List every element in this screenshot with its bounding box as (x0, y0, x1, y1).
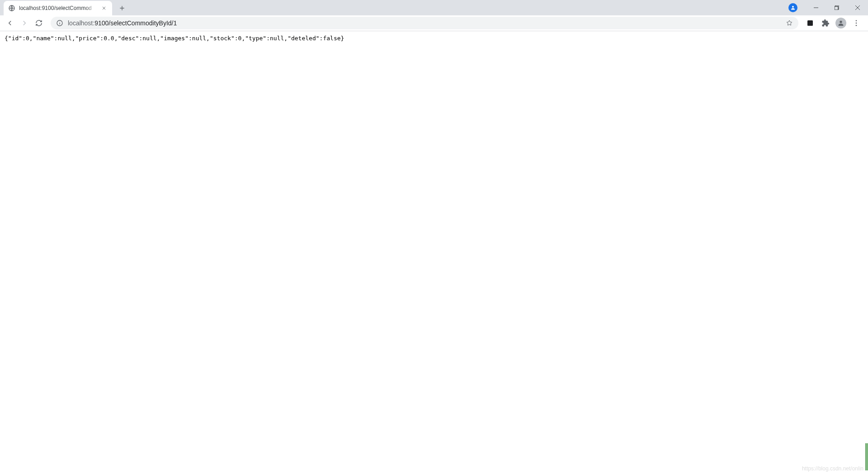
scroll-indicator[interactable] (865, 443, 868, 470)
browser-chrome: localhost:9100/selectCommod (0, 0, 868, 31)
profile-avatar[interactable] (835, 17, 847, 29)
kebab-menu-icon[interactable] (850, 17, 863, 29)
url-path: 9100/selectCommodityById/1 (94, 19, 177, 27)
toolbar: localhost:9100/selectCommodityById/1 (0, 15, 868, 31)
window-controls (788, 0, 868, 15)
reload-button[interactable] (33, 17, 45, 29)
tab-title: localhost:9100/selectCommod (19, 5, 97, 11)
bookmark-star-icon[interactable] (786, 19, 793, 27)
svg-point-9 (856, 23, 857, 24)
new-tab-button[interactable] (116, 2, 128, 14)
extensions-puzzle-icon[interactable] (819, 17, 832, 29)
extension-square-icon[interactable] (804, 17, 816, 29)
address-bar[interactable]: localhost:9100/selectCommodityById/1 (51, 17, 798, 29)
url-text: localhost:9100/selectCommodityById/1 (68, 19, 781, 27)
toolbar-right (804, 17, 864, 29)
svg-rect-6 (807, 20, 813, 26)
forward-button[interactable] (18, 17, 31, 29)
close-tab-icon[interactable] (100, 5, 108, 12)
svg-point-8 (856, 20, 857, 21)
globe-icon (8, 5, 15, 12)
watermark-text: https://blog.csdn.net/onlin (802, 465, 863, 472)
site-info-icon[interactable] (56, 19, 63, 27)
browser-tab[interactable]: localhost:9100/selectCommod (4, 1, 112, 15)
account-badge-icon[interactable] (788, 3, 797, 12)
maximize-button[interactable] (826, 0, 847, 15)
minimize-button[interactable] (806, 0, 826, 15)
svg-point-10 (856, 25, 857, 26)
back-button[interactable] (4, 17, 16, 29)
response-body: {"id":0,"name":null,"price":0.0,"desc":n… (0, 31, 868, 45)
close-window-button[interactable] (847, 0, 868, 15)
svg-point-7 (840, 21, 842, 23)
svg-point-1 (792, 6, 794, 8)
url-host: localhost: (68, 19, 94, 27)
svg-rect-3 (835, 6, 838, 10)
tab-strip: localhost:9100/selectCommod (0, 0, 868, 15)
